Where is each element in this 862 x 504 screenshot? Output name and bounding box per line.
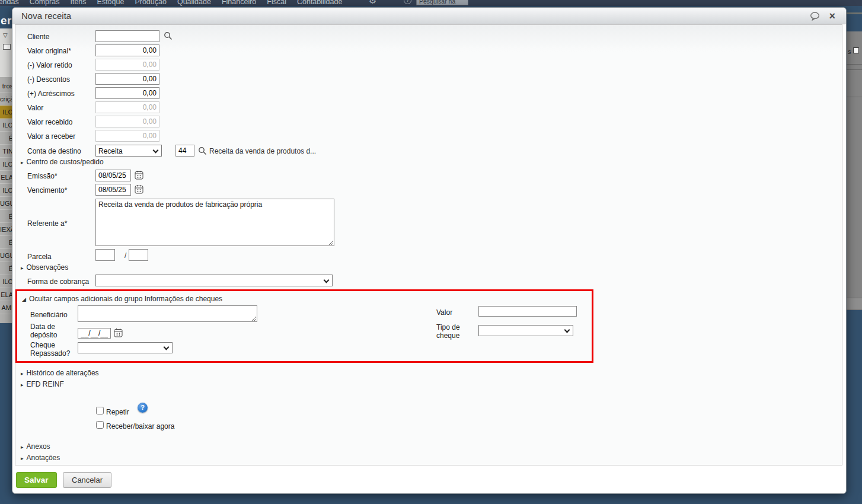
forma-cobranca-select[interactable] <box>95 275 333 286</box>
menu-item[interactable]: Itens <box>70 0 86 6</box>
background-input-fragment <box>3 44 11 50</box>
background-line <box>847 97 862 97</box>
historico-toggle-label: Histórico de alterações <box>27 369 99 377</box>
cheque-valor-label: Valor <box>436 308 452 317</box>
menu-item[interactable]: Financeiro <box>222 0 256 6</box>
valor-label: Valor <box>27 104 43 112</box>
anexos-toggle[interactable]: ▸Anexos <box>21 442 50 451</box>
triangle-expanded-icon: ◢ <box>22 296 26 302</box>
parcela-numero-input[interactable] <box>95 249 115 261</box>
efd-reinf-toggle[interactable]: ▸EFD REINF <box>21 380 64 388</box>
dialog-title: Nova receita <box>21 11 71 21</box>
conta-destino-tipo-select[interactable]: Receita <box>95 145 162 157</box>
search-icon[interactable] <box>164 31 173 43</box>
receber-baixar-label: Receber/baixar agora <box>106 422 174 430</box>
triangle-right-icon: ▸ <box>21 265 24 271</box>
historico-toggle[interactable]: ▸Histórico de alterações <box>21 369 99 377</box>
vencimento-input[interactable] <box>95 184 131 196</box>
receber-baixar-checkbox[interactable] <box>96 421 104 429</box>
menu-item[interactable]: Estoque <box>97 0 124 6</box>
menu-item[interactable]: Qualidade <box>177 0 211 6</box>
top-menu-items: VendasComprasItensEstoqueProduçãoQualida… <box>0 0 353 6</box>
referente-textarea[interactable]: Receita da venda de produtos de fabricaç… <box>95 199 334 246</box>
help-search-input[interactable]: Pesquisar na ajuda... <box>416 0 468 5</box>
menu-item[interactable]: Contabilidade <box>297 0 342 6</box>
centro-custos-toggle-label: Centro de custos/pedido <box>27 158 104 166</box>
cheque-valor-input[interactable] <box>478 306 577 317</box>
chevron-down-icon <box>564 327 570 333</box>
cheque-repassado-select[interactable] <box>78 342 173 353</box>
valor-recebido-input <box>95 116 159 127</box>
emissao-input[interactable] <box>95 170 131 181</box>
conta-destino-descricao: Receita da venda de produtos d... <box>209 147 316 155</box>
triangle-right-icon: ▸ <box>21 444 24 450</box>
help-icon[interactable]: ? <box>404 0 411 4</box>
background-page-title-fragment: er <box>1 14 12 27</box>
conta-destino-label: Conta de destino <box>27 147 81 155</box>
triangle-right-icon: ▸ <box>21 160 24 165</box>
close-icon[interactable]: × <box>829 8 835 24</box>
dialog-actions: Salvar Cancelar <box>16 472 111 488</box>
chevron-down-icon <box>164 344 170 350</box>
anotacoes-toggle-label: Anotações <box>27 454 60 462</box>
cheques-toggle-label: Ocultar campos adicionais do grupo Infor… <box>29 295 222 303</box>
anexos-toggle-label: Anexos <box>27 442 50 451</box>
conta-destino-tipo-value: Receita <box>98 147 123 155</box>
efd-reinf-toggle-label: EFD REINF <box>27 380 64 388</box>
background-divider <box>847 12 862 14</box>
cliente-input[interactable] <box>95 30 159 42</box>
descontos-input[interactable] <box>95 73 159 85</box>
background-line <box>847 64 862 65</box>
salvar-button[interactable]: Salvar <box>16 472 57 488</box>
beneficiario-textarea[interactable] <box>78 305 257 322</box>
acrescimos-label: (+) Acréscimos <box>27 90 75 98</box>
valor-recebido-label: Valor recebido <box>27 118 73 126</box>
parcela-separator: / <box>124 251 126 260</box>
tipo-cheque-label: Tipo de cheque <box>436 323 469 340</box>
filter-icon: ▽ <box>3 32 8 39</box>
conta-destino-codigo-input[interactable] <box>175 145 194 157</box>
search-icon[interactable] <box>198 146 207 158</box>
data-deposito-input[interactable] <box>78 328 111 339</box>
calendar-icon[interactable] <box>114 328 123 340</box>
menu-item[interactable]: Vendas <box>0 0 19 6</box>
menu-item[interactable]: Produção <box>135 0 167 6</box>
triangle-right-icon: ▸ <box>21 382 24 388</box>
acrescimos-input[interactable] <box>95 87 159 99</box>
chevron-down-icon <box>153 148 159 154</box>
menu-item[interactable]: Fiscal <box>267 0 286 6</box>
cancelar-button[interactable]: Cancelar <box>63 472 111 488</box>
observacoes-toggle[interactable]: ▸Observações <box>21 263 68 272</box>
vencimento-label: Vencimento* <box>27 186 67 194</box>
menu-item[interactable]: Compras <box>30 0 60 6</box>
triangle-right-icon: ▸ <box>21 371 24 377</box>
forma-cobranca-label: Forma de cobrança <box>27 277 89 286</box>
dialog-titlebar: Nova receita × <box>12 8 846 24</box>
valor-original-input[interactable] <box>95 44 159 56</box>
cliente-label: Cliente <box>27 33 49 41</box>
parcela-label: Parcela <box>27 253 52 261</box>
background-checkbox-fragment <box>853 47 859 53</box>
gear-icon[interactable]: ⚙ <box>369 0 376 6</box>
triangle-right-icon: ▸ <box>21 455 24 461</box>
background-line <box>847 69 862 70</box>
cheques-toggle[interactable]: ◢Ocultar campos adicionais do grupo Info… <box>22 295 222 303</box>
background-right-strip: s <box>847 6 862 504</box>
valor-retido-label: (-) Valor retido <box>27 61 72 69</box>
observacoes-toggle-label: Observações <box>27 263 69 272</box>
repetir-label: Repetir <box>106 408 129 416</box>
parcela-total-input[interactable] <box>129 249 148 261</box>
calendar-icon[interactable] <box>135 184 143 196</box>
repetir-help-icon[interactable]: ? <box>138 403 148 413</box>
repetir-checkbox[interactable] <box>96 407 104 414</box>
tipo-cheque-select[interactable] <box>478 325 573 336</box>
comment-bubble-icon[interactable] <box>810 12 820 23</box>
valor-original-label: Valor original* <box>27 47 71 55</box>
nova-receita-dialog: Nova receita × Cliente Valor original* (… <box>12 7 847 494</box>
background-gray-panel: s <box>847 31 862 310</box>
centro-custos-toggle[interactable]: ▸Centro de custos/pedido <box>21 158 104 166</box>
valor-a-receber-input <box>95 130 159 142</box>
calendar-icon[interactable] <box>135 170 143 182</box>
anotacoes-toggle[interactable]: ▸Anotações <box>21 454 60 462</box>
background-text-fragment: s <box>848 48 851 55</box>
